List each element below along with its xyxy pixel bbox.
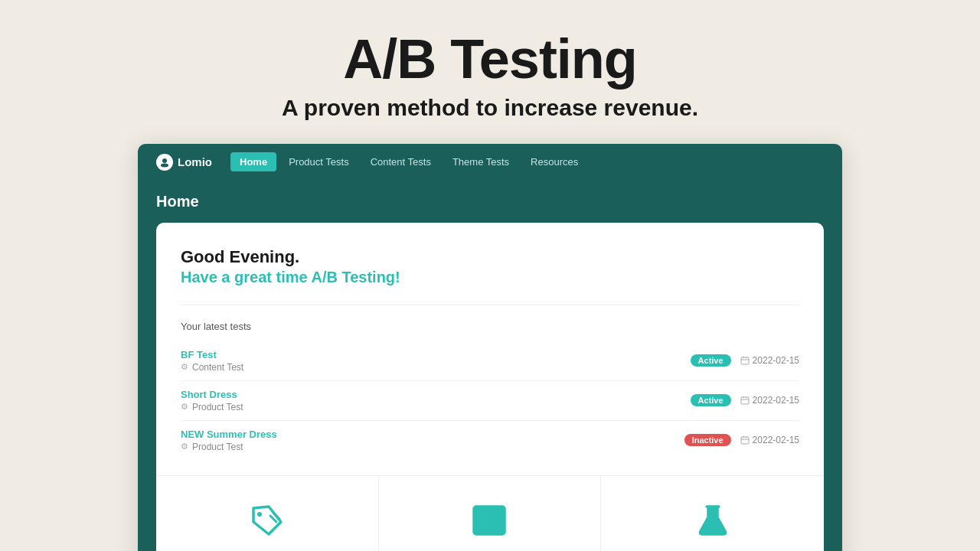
feature-cards: Product Test A/B Test your product prici… <box>156 475 824 551</box>
feature-card-content-test: Content Test A/B Test your content, like… <box>379 476 602 551</box>
theme-test-icon <box>690 497 736 543</box>
nav-link-product-tests[interactable]: Product Tests <box>279 152 358 171</box>
product-test-icon <box>244 497 290 543</box>
test-type-new-summer-dress: Product Test <box>192 442 243 452</box>
svg-rect-10 <box>741 437 749 444</box>
test-date-new-summer-dress: 2022-02-15 <box>740 435 799 445</box>
latest-tests-label: Your latest tests <box>181 321 799 332</box>
greeting-line1: Good Evening. <box>181 247 799 267</box>
nav-link-theme-tests[interactable]: Theme Tests <box>443 152 518 171</box>
test-type-bf: Content Test <box>192 362 243 373</box>
status-badge-new-summer-dress: Inactive <box>684 434 731 446</box>
svg-point-14 <box>257 512 262 517</box>
svg-rect-17 <box>475 510 488 528</box>
svg-point-0 <box>162 158 167 163</box>
nav-links: Home Product Tests Content Tests Theme T… <box>230 152 587 171</box>
content-test-icon <box>466 497 512 543</box>
svg-rect-18 <box>491 510 503 528</box>
svg-rect-2 <box>741 357 749 364</box>
feature-card-theme-test: Theme Test A/B Test your themes and sche… <box>601 476 824 551</box>
test-right: Active 2022-02-15 <box>691 394 799 406</box>
test-right: Active 2022-02-15 <box>691 354 799 367</box>
white-card: Good Evening. Have a great time A/B Test… <box>156 223 824 551</box>
test-right: Inactive 2022-02-15 <box>684 434 799 446</box>
test-row: BF Test ⚙ Content Test Active 2022-02-15 <box>181 341 799 381</box>
logo-area: Lomio <box>156 154 212 171</box>
test-name-bf-test[interactable]: BF Test <box>181 349 243 360</box>
app-window: Lomio Home Product Tests Content Tests T… <box>138 144 842 551</box>
test-type-icon: ⚙ <box>181 362 188 372</box>
hero-title: A/B Testing <box>15 31 965 89</box>
test-type-icon: ⚙ <box>181 402 188 412</box>
test-row: Short Dress ⚙ Product Test Active 2022-0… <box>181 381 799 421</box>
feature-card-product-test: Product Test A/B Test your product prici… <box>156 476 379 551</box>
svg-rect-6 <box>741 397 749 404</box>
page-title: Home <box>156 193 824 223</box>
nav-link-home[interactable]: Home <box>230 152 276 171</box>
logo-icon <box>156 154 173 171</box>
nav-link-resources[interactable]: Resources <box>521 152 587 171</box>
greeting-section: Good Evening. Have a great time A/B Test… <box>181 247 799 305</box>
test-left: NEW Summer Dress ⚙ Product Test <box>181 429 277 452</box>
test-row: NEW Summer Dress ⚙ Product Test Inactive… <box>181 421 799 460</box>
test-type-short-dress: Product Test <box>192 402 243 412</box>
latest-tests-section: Your latest tests BF Test ⚙ Content Test… <box>181 321 799 460</box>
greeting-line2: Have a great time A/B Testing! <box>181 269 799 286</box>
main-content: Home Good Evening. Have a great time A/B… <box>138 181 842 551</box>
nav-link-content-tests[interactable]: Content Tests <box>361 152 440 171</box>
test-left: Short Dress ⚙ Product Test <box>181 389 243 412</box>
status-badge-short-dress: Active <box>691 394 731 406</box>
test-date-bf: 2022-02-15 <box>740 355 799 366</box>
svg-point-1 <box>161 163 168 167</box>
status-badge-bf: Active <box>691 354 731 367</box>
hero-subtitle: A proven method to increase revenue. <box>15 95 965 121</box>
test-date-short-dress: 2022-02-15 <box>740 395 799 406</box>
logo-text: Lomio <box>178 155 212 168</box>
top-nav: Lomio Home Product Tests Content Tests T… <box>138 144 842 181</box>
test-name-new-summer-dress[interactable]: NEW Summer Dress <box>181 429 277 440</box>
test-name-short-dress[interactable]: Short Dress <box>181 389 243 400</box>
test-left: BF Test ⚙ Content Test <box>181 349 243 373</box>
test-type-icon: ⚙ <box>181 442 188 452</box>
hero-section: A/B Testing A proven method to increase … <box>0 0 980 144</box>
